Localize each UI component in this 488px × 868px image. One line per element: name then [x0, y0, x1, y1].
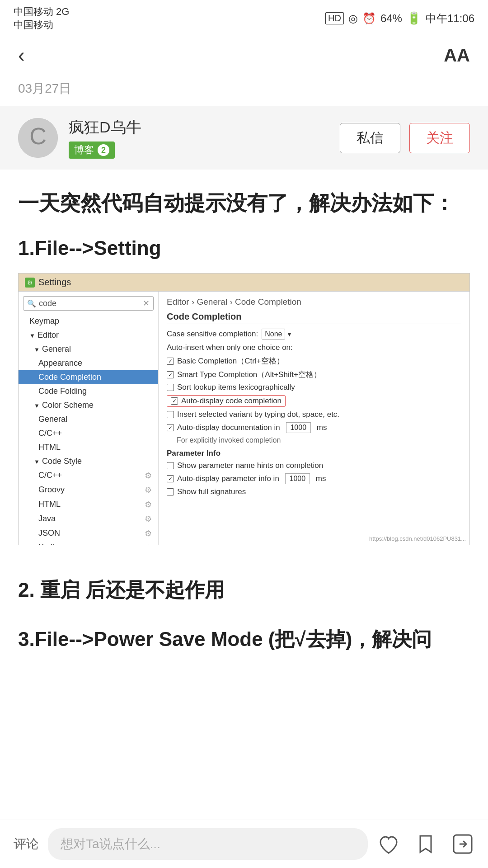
- tree-item-json[interactable]: JSON ⚙: [19, 526, 158, 541]
- article-section3: 3.File-->Power Save Mode (把√去掉)，解决问: [0, 622, 488, 671]
- tree-item-appearance[interactable]: Appearance: [19, 356, 158, 370]
- checkbox-auto-display-icon[interactable]: [171, 397, 178, 405]
- status-right: HD ◎ ⏰ 64% 🔋 中午11:06: [325, 11, 474, 26]
- author-actions: 私信 关注: [340, 123, 470, 153]
- tree-item-java[interactable]: Java ⚙: [19, 512, 158, 526]
- tree-item-cpp2[interactable]: C/C++ ⚙: [19, 468, 158, 483]
- follow-button[interactable]: 关注: [409, 123, 470, 153]
- checkbox-full-sig-label: Show full signatures: [177, 487, 246, 496]
- battery-icon: 🔋: [407, 11, 421, 25]
- font-size-button[interactable]: AA: [444, 45, 470, 66]
- param-ms-input[interactable]: 1000: [285, 473, 310, 484]
- header: ‹ AA: [0, 35, 488, 75]
- date-bar: 03月27日: [0, 75, 488, 106]
- carrier-info: 中国移动 2G 中国移动: [14, 5, 69, 31]
- checkbox-insert-label: Insert selected variant by typing dot, s…: [177, 410, 339, 419]
- message-button[interactable]: 私信: [340, 123, 400, 153]
- settings-left-panel: 🔍 code ✕ Keymap ▼ Editor ▼ General Appea…: [19, 292, 159, 545]
- auto-doc-sub: For explicitly invoked completion: [177, 436, 461, 444]
- tree-item-code-folding[interactable]: Code Folding: [19, 384, 158, 398]
- svg-text:C: C: [29, 123, 47, 149]
- settings-search-bar[interactable]: 🔍 code ✕: [23, 296, 154, 311]
- tree-item-general2[interactable]: General: [19, 412, 158, 426]
- tree-item-cpp[interactable]: C/C++: [19, 426, 158, 440]
- search-clear-icon[interactable]: ✕: [143, 298, 150, 308]
- case-sensitive-label: Case sensitive completion:: [167, 330, 258, 339]
- bookmark-button[interactable]: [414, 832, 437, 856]
- checkbox-insert-icon[interactable]: [167, 411, 174, 418]
- checkbox-sort-icon[interactable]: [167, 384, 174, 391]
- select-arrow: ▼: [286, 330, 292, 338]
- step1-heading: 1.File-->Setting: [18, 237, 470, 259]
- checkbox-sort: Sort lookup items lexicographically: [167, 383, 461, 392]
- tree-item-general[interactable]: ▼ General: [19, 342, 158, 356]
- checkbox-full-sig-icon[interactable]: [167, 488, 174, 495]
- tree-item-groovy[interactable]: Groovy ⚙: [19, 483, 158, 497]
- tree-item-html[interactable]: HTML: [19, 440, 158, 454]
- share-button[interactable]: [451, 832, 474, 856]
- watermark: https://blog.csdn.net/d01062PU831...: [369, 535, 466, 542]
- settings-titlebar: ⚙ Settings: [19, 274, 469, 292]
- triangle-icon: ▼: [29, 332, 35, 339]
- checkbox-param-name-icon[interactable]: [167, 462, 174, 469]
- article-content: 一天突然代码自动提示没有了，解决办法如下： 1.File-->Setting ⚙…: [0, 170, 488, 572]
- checkbox-auto-display-label: Auto-display code completion: [181, 396, 282, 406]
- article-section2: 2. 重启 后还是不起作用: [0, 572, 488, 622]
- checkbox-param-auto-icon[interactable]: [167, 475, 174, 482]
- settings-app-icon: ⚙: [25, 278, 35, 288]
- checkbox-param-name-label: Show parameter name hints on completion: [177, 461, 323, 470]
- checkbox-sort-label: Sort lookup items lexicographically: [177, 383, 295, 392]
- bottom-bar: 评论 想对Ta说点什么...: [0, 820, 488, 868]
- comment-input[interactable]: 想对Ta说点什么...: [48, 828, 368, 860]
- step2-heading: 2. 重启 后还是不起作用: [18, 577, 470, 604]
- back-button[interactable]: ‹: [18, 44, 25, 66]
- param-ms-unit: ms: [316, 474, 326, 483]
- auto-insert-label: Auto-insert when only one choice on:: [167, 343, 293, 352]
- checkbox-auto-doc-icon[interactable]: [167, 424, 174, 431]
- hd-badge: HD: [325, 12, 344, 24]
- tree-item-editor[interactable]: ▼ Editor: [19, 328, 158, 342]
- checkbox-auto-display: Auto-display code completion: [167, 395, 461, 407]
- tree-item-code-completion[interactable]: Code Completion: [19, 370, 158, 384]
- tree-item-color-scheme[interactable]: ▼ Color Scheme: [19, 398, 158, 412]
- checkbox-smart-icon[interactable]: [167, 371, 174, 378]
- checkbox-basic: Basic Completion（Ctrl+空格）: [167, 356, 461, 366]
- author-name: 疯狂D乌牛: [69, 117, 329, 138]
- tree-label: Keymap: [29, 316, 59, 326]
- triangle-icon-style: ▼: [34, 458, 40, 465]
- eye-icon: ◎: [348, 12, 358, 25]
- tree-item-kotlin[interactable]: Kotlin ⚙: [19, 541, 158, 545]
- tree-item-keymap[interactable]: Keymap: [19, 314, 158, 328]
- checkbox-basic-icon[interactable]: [167, 358, 174, 365]
- step3-heading: 3.File-->Power Save Mode (把√去掉)，解决问: [18, 626, 470, 653]
- author-badge: 博客 2: [69, 142, 115, 159]
- settings-search-input[interactable]: code: [39, 299, 140, 308]
- status-bar: 中国移动 2G 中国移动 HD ◎ ⏰ 64% 🔋 中午11:06: [0, 0, 488, 35]
- checkbox-full-sig: Show full signatures: [167, 487, 461, 496]
- settings-body: 🔍 code ✕ Keymap ▼ Editor ▼ General Appea…: [19, 292, 469, 545]
- auto-doc-row: Auto-display documentation in 1000 ms: [167, 422, 461, 433]
- author-info: 疯狂D乌牛 博客 2: [69, 117, 329, 159]
- case-sensitive-select[interactable]: None: [262, 329, 285, 340]
- auto-doc-label: Auto-display documentation in: [177, 423, 280, 432]
- triangle-icon-color: ▼: [34, 402, 40, 409]
- checkbox-param-auto-label: Auto-display parameter info in: [177, 474, 279, 483]
- author-section: C 疯狂D乌牛 博客 2 私信 关注: [0, 106, 488, 170]
- article-date: 03月27日: [18, 81, 71, 95]
- checkbox-param-auto: Auto-display parameter info in 1000 ms: [167, 473, 461, 484]
- search-icon: 🔍: [27, 299, 36, 308]
- tree-item-code-style[interactable]: ▼ Code Style: [19, 454, 158, 468]
- tree-item-html2[interactable]: HTML ⚙: [19, 497, 158, 512]
- auto-insert-label-row: Auto-insert when only one choice on:: [167, 343, 461, 352]
- like-button[interactable]: [377, 832, 400, 856]
- avatar: C: [18, 118, 58, 158]
- comment-label: 评论: [14, 835, 39, 853]
- auto-doc-ms-input[interactable]: 1000: [286, 422, 311, 433]
- time: 中午11:06: [426, 11, 474, 26]
- carrier2: 中国移动: [14, 19, 69, 32]
- bottom-icons: [377, 832, 474, 856]
- badge-number: 2: [98, 144, 109, 156]
- triangle-icon-general: ▼: [34, 346, 40, 353]
- checkbox-smart-label: Smart Type Completion（Alt+Shift+空格）: [177, 369, 321, 380]
- settings-screenshot: ⚙ Settings 🔍 code ✕ Keymap ▼ Editor: [18, 273, 470, 545]
